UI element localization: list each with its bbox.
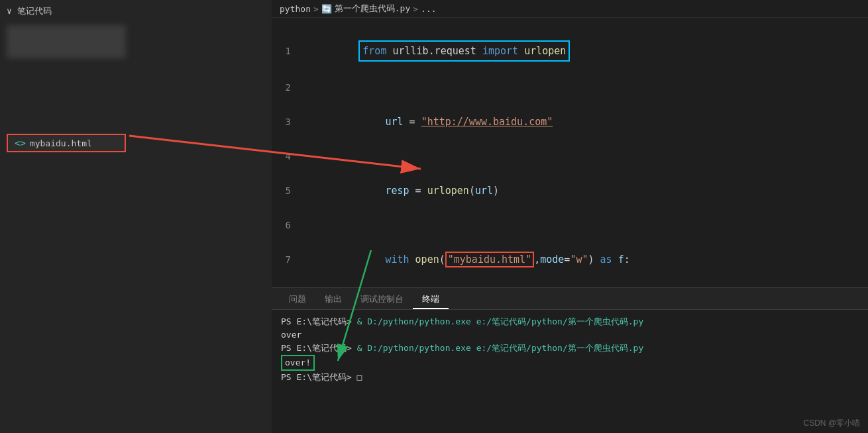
line-num-7: 7 [272, 251, 301, 268]
line-num-3: 3 [272, 113, 301, 130]
breadcrumb: python > 🔄 第一个爬虫代码.py > ... [272, 0, 868, 18]
main-area: python > 🔄 第一个爬虫代码.py > ... 1 from urlli… [272, 0, 868, 433]
code-area: 1 from urllib.request import urlopen 2 3… [272, 18, 868, 287]
breadcrumb-file: 第一个爬虫代码.py [335, 3, 410, 15]
line-num-4: 4 [272, 148, 301, 165]
tab-debug-console[interactable]: 调试控制台 [351, 291, 413, 309]
line-num-1: 1 [272, 42, 301, 60]
breadcrumb-ellipsis: ... [421, 4, 436, 14]
terminal-line-1: PS E:\笔记代码> & D:/python/python.exe e:/笔记… [281, 315, 859, 328]
sidebar-title: ∨ 笔记代码 [0, 0, 272, 23]
over-highlight: over! [281, 355, 315, 371]
code-line-6: 6 [272, 216, 868, 234]
terminal-tabs: 问题 输出 调试控制台 终端 [272, 288, 868, 310]
code-line-1: 1 from urllib.request import urlopen [272, 23, 868, 79]
line-content-8: f.write(resp.read().decode("utf-8")) [301, 285, 868, 287]
terminal-line-4: over! [281, 355, 859, 371]
terminal-content: PS E:\笔记代码> & D:/python/python.exe e:/笔记… [272, 310, 868, 389]
breadcrumb-file-icon: 🔄 [321, 4, 332, 14]
sidebar-file-item[interactable]: <> mybaidu.html [7, 134, 126, 152]
code-line-4: 4 [272, 148, 868, 165]
code-line-7: 7 with open("mybaidu.html",mode="w") as … [272, 234, 868, 285]
code-line-3: 3 url = "http://www.baidu.com" [272, 96, 868, 148]
tab-problems[interactable]: 问题 [280, 291, 315, 309]
breadcrumb-python: python [280, 4, 311, 14]
code-line-2: 2 [272, 79, 868, 96]
breadcrumb-sep2: > [413, 4, 418, 14]
terminal-panel: 问题 输出 调试控制台 终端 PS E:\笔记代码> & D:/python/p… [272, 287, 868, 433]
mybaidu-highlight: "mybaidu.html" [445, 252, 534, 267]
terminal-line-3: PS E:\笔记代码> & D:/python/python.exe e:/笔记… [281, 342, 859, 355]
breadcrumb-sep1: > [313, 4, 319, 14]
sidebar: ∨ 笔记代码 <> mybaidu.html [0, 0, 272, 433]
line-content-1: from urllib.request import urlopen [301, 23, 868, 79]
line-num-6: 6 [272, 216, 301, 234]
line-num-2: 2 [272, 79, 301, 96]
terminal-line-5: PS E:\笔记代码> □ [281, 371, 859, 384]
editor[interactable]: 1 from urllib.request import urlopen 2 3… [272, 18, 868, 287]
terminal-line-2: over [281, 328, 859, 342]
watermark: CSDN @零小喵 [803, 418, 860, 429]
sidebar-blurred-item-1 [7, 25, 126, 58]
tab-terminal[interactable]: 终端 [413, 291, 449, 309]
tab-output[interactable]: 输出 [315, 291, 351, 309]
sidebar-file-label: mybaidu.html [30, 138, 92, 148]
html-file-icon: <> [15, 138, 26, 148]
code-line-5: 5 resp = urlopen(url) [272, 165, 868, 216]
code-line-8: 8 f.write(resp.read().decode("utf-8")) [272, 285, 868, 287]
line-num-5: 5 [272, 182, 301, 199]
line-content-5: resp = urlopen(url) [301, 165, 868, 216]
line-content-3: url = "http://www.baidu.com" [301, 96, 868, 148]
line1-highlight: from urllib.request import urlopen [358, 40, 570, 62]
line-content-7: with open("mybaidu.html",mode="w") as f: [301, 234, 868, 285]
